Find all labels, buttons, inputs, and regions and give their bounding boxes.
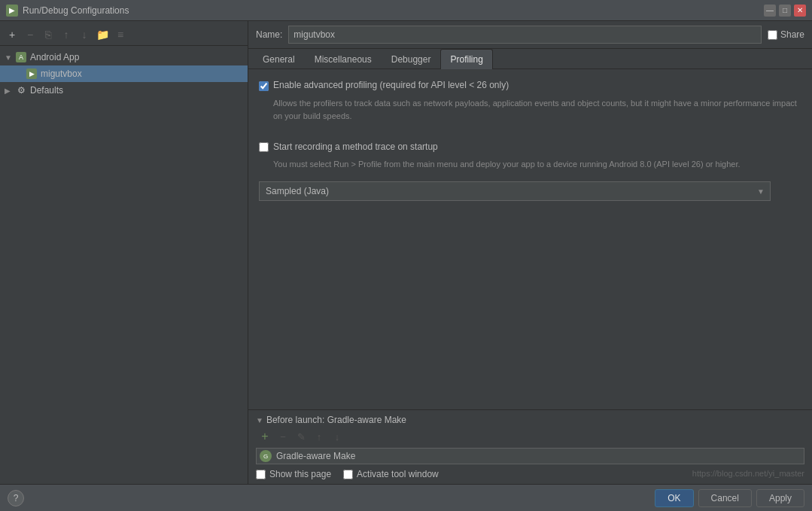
tabs-bar: General Miscellaneous Debugger Profiling (248, 49, 812, 69)
tree-item-defaults[interactable]: ▶ ⚙ Defaults (0, 82, 248, 99)
before-launch-down-btn[interactable]: ↓ (330, 430, 345, 443)
right-panel: Name: Share General Miscellaneous Debugg… (248, 21, 812, 484)
name-bar: Name: Share (248, 21, 812, 49)
remove-config-button[interactable]: − (23, 27, 38, 42)
tab-profiling[interactable]: Profiling (440, 49, 492, 69)
before-launch-label: Before launch: Gradle-aware Make (266, 415, 406, 425)
config-item-label: migutvbox (41, 68, 82, 79)
gradle-item-row: G Gradle-aware Make (256, 448, 804, 464)
cancel-button[interactable]: Cancel (698, 489, 752, 507)
title-bar: ▶ Run/Debug Configurations — □ ✕ (0, 0, 812, 21)
name-input[interactable] (288, 26, 762, 44)
app-icon: ▶ (6, 5, 18, 17)
gradle-icon: G (260, 450, 272, 462)
activate-window-label: Activate tool window (357, 469, 439, 479)
before-launch-edit-btn[interactable]: ✎ (293, 430, 309, 443)
advanced-profiling-description: Allows the profilers to track data such … (273, 97, 801, 122)
android-app-icon: A (15, 51, 27, 63)
move-down-button[interactable]: ↓ (77, 27, 92, 42)
defaults-icon: ⚙ (15, 84, 27, 96)
method-trace-checkbox[interactable] (259, 142, 269, 152)
tree-item-android-app[interactable]: ▼ A Android App (0, 49, 248, 65)
folder-button[interactable]: 📁 (95, 27, 110, 42)
before-launch-add-btn[interactable]: + (257, 430, 272, 443)
before-launch-collapse-icon[interactable]: ▼ (256, 416, 263, 424)
method-trace-row: Start recording a method trace on startu… (259, 141, 801, 152)
tab-debugger[interactable]: Debugger (382, 49, 441, 69)
minimize-button[interactable]: — (764, 5, 776, 17)
move-up-button[interactable]: ↑ (59, 27, 74, 42)
ok-button[interactable]: OK (655, 489, 693, 507)
help-button[interactable]: ? (8, 490, 24, 506)
sort-button[interactable]: ≡ (113, 27, 128, 42)
bottom-section: ▼ Before launch: Gradle-aware Make + − ✎… (248, 409, 812, 484)
show-page-item: Show this page (256, 469, 331, 479)
tree-item-migutvbox[interactable]: ▶ migutvbox (0, 65, 248, 82)
config-icon: ▶ (26, 68, 38, 80)
before-launch-toolbar: + − ✎ ↑ ↓ (257, 430, 804, 443)
gradle-item-label: Gradle-aware Make (276, 451, 355, 461)
advanced-profiling-row: Enable advanced profiling (required for … (259, 80, 801, 91)
close-button[interactable]: ✕ (794, 5, 806, 17)
sidebar: + − ⎘ ↑ ↓ 📁 ≡ ▼ A Android App ▶ migutvbo… (0, 21, 248, 484)
before-launch-remove-btn[interactable]: − (275, 430, 290, 443)
add-config-button[interactable]: + (5, 27, 20, 42)
share-area: Share (768, 29, 804, 40)
defaults-label: Defaults (30, 85, 63, 96)
window-title: Run/Debug Configurations (23, 5, 764, 16)
maximize-button[interactable]: □ (779, 5, 791, 17)
profiling-tab-content: Enable advanced profiling (required for … (248, 69, 812, 409)
show-page-label: Show this page (269, 469, 331, 479)
activate-window-item: Activate tool window (343, 469, 439, 479)
tab-general[interactable]: General (253, 49, 305, 69)
window-controls: — □ ✕ (764, 5, 806, 17)
copy-config-button[interactable]: ⎘ (41, 27, 56, 42)
share-checkbox[interactable] (768, 30, 777, 40)
show-page-checkbox[interactable] (256, 470, 266, 479)
trace-type-dropdown-row: Sampled (Java) Instrumented (Java) Sampl… (259, 181, 801, 201)
share-label: Share (780, 29, 804, 40)
buttons-bar: OK Cancel Apply (0, 484, 812, 511)
method-trace-label: Start recording a method trace on startu… (273, 141, 438, 152)
activate-window-checkbox[interactable] (343, 470, 353, 479)
trace-type-dropdown-wrapper: Sampled (Java) Instrumented (Java) Sampl… (259, 181, 771, 201)
before-launch-header: ▼ Before launch: Gradle-aware Make (256, 415, 804, 425)
trace-type-dropdown[interactable]: Sampled (Java) Instrumented (Java) Sampl… (259, 181, 771, 201)
defaults-expand-icon: ▶ (5, 87, 15, 95)
tab-miscellaneous[interactable]: Miscellaneous (305, 49, 382, 69)
advanced-profiling-checkbox[interactable] (259, 81, 269, 91)
apply-button[interactable]: Apply (756, 489, 804, 507)
tree-expand-icon: ▼ (5, 53, 15, 62)
android-app-label: Android App (30, 52, 79, 62)
advanced-profiling-label: Enable advanced profiling (required for … (273, 80, 509, 90)
name-label: Name: (256, 29, 282, 40)
method-trace-note: You must select Run > Profile from the m… (273, 158, 801, 171)
before-launch-up-btn[interactable]: ↑ (312, 430, 327, 443)
main-layout: + − ⎘ ↑ ↓ 📁 ≡ ▼ A Android App ▶ migutvbo… (0, 21, 812, 484)
footer-checkboxes: Show this page Activate tool window (256, 469, 804, 479)
sidebar-toolbar: + − ⎘ ↑ ↓ 📁 ≡ (0, 24, 248, 46)
